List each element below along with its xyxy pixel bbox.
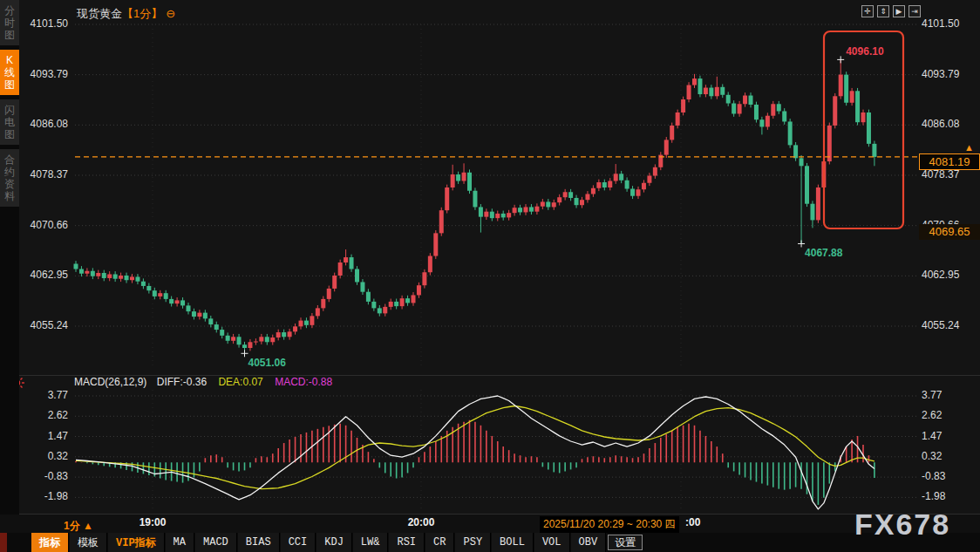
toolbar-item-3[interactable]: MA: [166, 533, 194, 552]
macd-tick-right: -0.83: [922, 470, 945, 482]
autoplay-icon[interactable]: ▶: [893, 5, 905, 17]
macd-tick-left: 3.77: [17, 389, 68, 401]
time-tick: 19:00: [140, 516, 167, 528]
sidebar-tab-1[interactable]: K线图: [0, 50, 19, 95]
toolbar-item-9[interactable]: RSI: [389, 533, 425, 552]
price-tick-right: 4062.95: [922, 269, 959, 281]
indicator-toolbar: 指标模板VIP指标MAMACDBIASCCIKDJLW&RSICRPSYBOLL…: [0, 533, 980, 552]
price-tick-left: 4078.37: [17, 168, 68, 181]
price-tick-left: 4055.24: [17, 319, 68, 331]
macd-tick-left: -1.98: [17, 490, 68, 502]
toolbar-item-15[interactable]: 设置: [608, 535, 643, 550]
toolbar-notch: [0, 533, 7, 552]
toolbar-item-13[interactable]: VOL: [534, 533, 570, 552]
macd-diff-value: DIFF:-0.36: [157, 376, 207, 388]
spike-low-price-label: 4067.88: [805, 247, 842, 259]
last-price-badge: 4081.19: [919, 153, 980, 170]
sidebar-tab-3[interactable]: 合约资料: [0, 149, 19, 207]
price-tick-right: 4078.37: [922, 168, 959, 181]
macd-tick-right: -1.98: [922, 490, 945, 502]
fx678-watermark: FX678: [854, 508, 950, 542]
crosshair-move-icon[interactable]: ✛: [861, 5, 874, 17]
chart-tools: ✛⇕▶⇥: [861, 5, 921, 17]
toolbar-item-1[interactable]: 模板: [70, 533, 107, 552]
toolbar-item-10[interactable]: CR: [425, 533, 454, 552]
macd-tick-right: 0.32: [922, 450, 942, 462]
macd-tick-left: -0.83: [17, 470, 68, 482]
sidebar-tab-2[interactable]: 闪电图: [0, 99, 19, 145]
toolbar-item-0[interactable]: 指标: [31, 533, 69, 552]
price-arrow-icon: ▲: [964, 142, 974, 153]
high-price-label: 4096.10: [846, 45, 883, 58]
price-tick-left: 4086.08: [17, 118, 68, 130]
fit-vertical-icon[interactable]: ⇕: [877, 5, 889, 17]
zoom-out-icon[interactable]: ⊖: [166, 7, 175, 20]
hour-tick-partial: :00: [685, 516, 700, 528]
chart-type-sidebar: 分时图K线图闪电图合约资料: [0, 0, 19, 515]
toolbar-item-2[interactable]: VIP指标: [108, 533, 165, 552]
price-tick-left: 4101.50: [17, 17, 68, 30]
macd-hist-value: MACD:-0.88: [275, 376, 332, 388]
chart-canvas[interactable]: [0, 0, 980, 552]
toolbar-item-12[interactable]: BOLL: [492, 533, 534, 552]
toolbar-item-8[interactable]: LW&: [353, 533, 389, 552]
price-tick-right: 4093.79: [922, 68, 959, 80]
price-tick-right: 4101.50: [922, 17, 959, 30]
macd-dea-value: DEA:0.07: [218, 376, 262, 388]
macd-tick-left: 1.47: [17, 430, 68, 442]
price-tick-right: 4055.24: [922, 319, 959, 331]
period-selector[interactable]: 1分 ▲: [64, 519, 93, 534]
trading-chart-app: 分时图K线图闪电图合约资料 现货黄金【1分】⊖ ✛⇕▶⇥ MACD(26,12,…: [0, 0, 980, 552]
macd-params: MACD(26,12,9): [74, 376, 146, 388]
macd-tick-right: 1.47: [922, 430, 942, 442]
toolbar-item-11[interactable]: PSY: [455, 533, 491, 552]
macd-tick-left: 0.32: [17, 450, 68, 462]
crosshair-date-range: 2025/11/20 20:29 ~ 20:30 四: [540, 516, 679, 533]
toolbar-item-4[interactable]: MACD: [195, 533, 237, 552]
macd-header: MACD(26,12,9) DIFF:-0.36 DEA:0.07 MACD:-…: [74, 376, 332, 388]
price-tick-right: 4086.08: [922, 118, 959, 130]
low-price-label: 4051.06: [248, 357, 286, 369]
macd-tick-right: 2.62: [922, 409, 942, 421]
toolbar-item-6[interactable]: CCI: [281, 533, 316, 552]
period-tag: 【1分】: [122, 7, 162, 20]
toolbar-item-7[interactable]: KDJ: [316, 533, 352, 552]
symbol-name: 现货黄金: [77, 7, 122, 20]
price-tick-left: 4093.79: [17, 68, 68, 80]
sidebar-tab-0[interactable]: 分时图: [0, 0, 19, 45]
toolbar-item-14[interactable]: OBV: [571, 533, 607, 552]
reference-price-badge: 4069.65: [919, 224, 980, 240]
macd-tick-left: 2.62: [17, 409, 68, 421]
highlight-annotation-box[interactable]: [824, 31, 903, 228]
go-to-latest-icon[interactable]: ⇥: [909, 5, 921, 17]
toolbar-item-5[interactable]: BIAS: [238, 533, 280, 552]
time-tick: 20:00: [408, 516, 435, 528]
chart-title: 现货黄金【1分】⊖: [77, 6, 175, 22]
price-tick-left: 4062.95: [17, 269, 68, 281]
price-tick-left: 4070.66: [17, 219, 68, 231]
macd-tick-right: 3.77: [922, 389, 942, 401]
